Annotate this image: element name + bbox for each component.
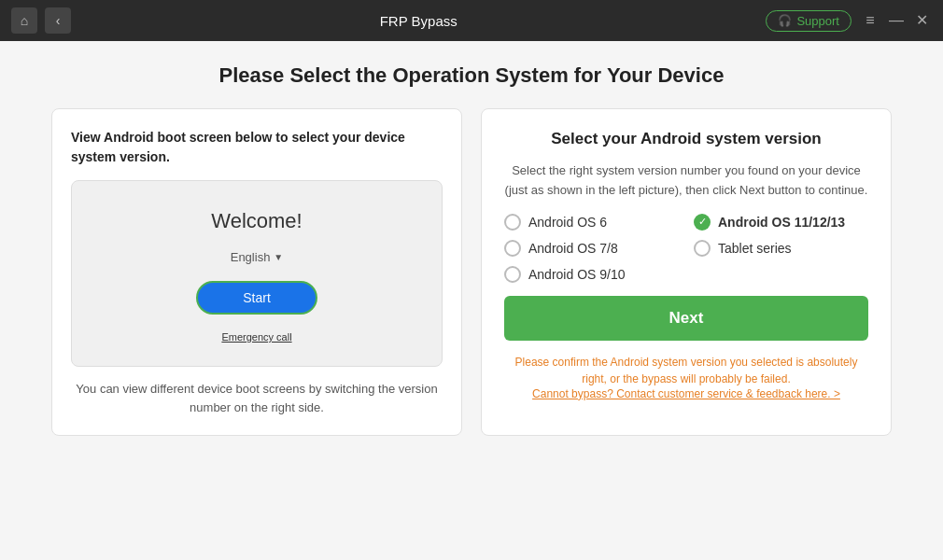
- app-title: FRP Bypass: [380, 13, 457, 29]
- phone-emergency-link[interactable]: Emergency call: [221, 331, 291, 343]
- home-icon: ⌂: [21, 13, 28, 28]
- right-card: Select your Android system version Selec…: [481, 108, 892, 436]
- right-card-description: Select the right system version number y…: [504, 161, 868, 201]
- left-card-description: View Android boot screen below to select…: [71, 128, 443, 167]
- support-label: Support: [796, 14, 839, 28]
- option-android-os910[interactable]: Android OS 9/10: [504, 266, 679, 283]
- home-button[interactable]: ⌂: [11, 7, 37, 34]
- main-content: Please Select the Operation System for Y…: [0, 41, 943, 560]
- radio-os910[interactable]: [504, 266, 521, 283]
- phone-language-row: English ▼: [231, 250, 284, 264]
- minimize-button[interactable]: —: [887, 13, 906, 28]
- phone-welcome-text: Welcome!: [211, 209, 302, 233]
- left-card-note: You can view different device boot scree…: [71, 380, 443, 416]
- headset-icon: 🎧: [778, 14, 792, 27]
- option-android-os11[interactable]: ✓ Android OS 11/12/13: [694, 214, 868, 231]
- option-os78-label: Android OS 7/8: [528, 241, 618, 256]
- titlebar-right: 🎧 Support ≡ — ✕: [766, 10, 932, 32]
- option-tablet-label: Tablet series: [718, 241, 792, 256]
- option-os11-label: Android OS 11/12/13: [718, 215, 845, 230]
- phone-mock: Welcome! English ▼ Start Emergency call: [71, 180, 443, 367]
- phone-language-label: English: [231, 250, 271, 264]
- support-button[interactable]: 🎧 Support: [766, 10, 852, 32]
- page-title: Please Select the Operation System for Y…: [219, 63, 725, 88]
- option-android-os78[interactable]: Android OS 7/8: [504, 240, 679, 257]
- option-android-os6[interactable]: Android OS 6: [504, 214, 679, 231]
- left-card: View Android boot screen below to select…: [51, 108, 462, 436]
- radio-os6[interactable]: [504, 214, 521, 231]
- option-os6-label: Android OS 6: [528, 215, 607, 230]
- titlebar-left: ⌂ ‹: [11, 7, 71, 34]
- menu-icon[interactable]: ≡: [861, 13, 880, 28]
- radio-os11-checked[interactable]: ✓: [694, 214, 711, 231]
- warning-text: Please confirm the Android system versio…: [504, 354, 868, 387]
- option-tablet[interactable]: Tablet series: [694, 240, 868, 257]
- back-icon: ‹: [56, 13, 61, 28]
- titlebar: ⌂ ‹ FRP Bypass 🎧 Support ≡ — ✕: [0, 0, 943, 41]
- radio-tablet[interactable]: [694, 240, 711, 257]
- option-os910-label: Android OS 9/10: [528, 267, 626, 282]
- close-button[interactable]: ✕: [913, 13, 932, 28]
- android-version-options: Android OS 6 ✓ Android OS 11/12/13 Andro…: [504, 214, 868, 283]
- contact-link[interactable]: Cannot bypass? Contact customer service …: [504, 387, 868, 400]
- phone-start-button[interactable]: Start: [196, 281, 317, 315]
- radio-os78[interactable]: [504, 240, 521, 257]
- next-button[interactable]: Next: [504, 296, 868, 341]
- dropdown-arrow-icon: ▼: [274, 252, 283, 262]
- warning-section: Please confirm the Android system versio…: [504, 354, 868, 400]
- window-controls: ≡ — ✕: [861, 13, 932, 28]
- right-card-title: Select your Android system version: [504, 130, 868, 148]
- cards-row: View Android boot screen below to select…: [51, 108, 892, 436]
- back-button[interactable]: ‹: [45, 7, 71, 34]
